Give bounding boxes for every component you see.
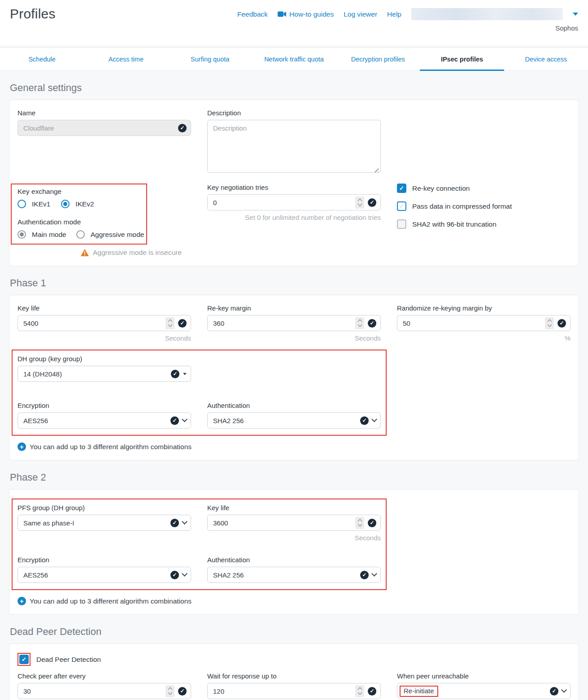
- number-stepper-icon[interactable]: [355, 685, 364, 697]
- phase2-card: PFS group (DH group) Same as phase-I Key…: [9, 489, 579, 615]
- section-heading-dpd: Dead Peer Detection: [10, 626, 578, 638]
- caret-down-icon: [183, 373, 187, 375]
- help-link[interactable]: Help: [387, 10, 401, 18]
- p1-dh-group-label: DH group (key group): [17, 355, 191, 363]
- p1-rekey-margin-value[interactable]: [213, 319, 355, 327]
- key-exchange-highlight-box: Key exchange IKEv1 IKEv2 Authentication …: [11, 184, 147, 245]
- tab-bar: Schedule Access time Surfing quota Netwo…: [0, 48, 588, 71]
- page-title: Profiles: [10, 6, 56, 22]
- number-stepper-icon[interactable]: [355, 517, 364, 529]
- number-stepper-icon[interactable]: [166, 685, 174, 697]
- p1-dh-group-select[interactable]: 14 (DH2048): [17, 366, 191, 382]
- p1-authentication-value: SHA2 256: [213, 417, 244, 424]
- p1-encryption-value: AES256: [23, 417, 48, 424]
- chevron-down-icon: [371, 416, 377, 422]
- phase2-algorithms-highlight-box: PFS group (DH group) Same as phase-I Key…: [12, 499, 387, 590]
- check-circle-icon: [178, 124, 187, 132]
- feedback-link[interactable]: Feedback: [237, 10, 268, 18]
- p1-key-life-input[interactable]: [17, 315, 191, 331]
- p1-authentication-select[interactable]: SHA2 256: [207, 412, 381, 429]
- radio-aggressive-mode-label: Aggressive mode: [91, 231, 144, 239]
- log-viewer-link[interactable]: Log viewer: [344, 10, 377, 18]
- general-options-column: Re-key connection Pass data in compresse…: [397, 184, 571, 257]
- howto-guides-link[interactable]: How-to guides: [278, 10, 334, 18]
- p2-pfs-group-select[interactable]: Same as phase-I: [17, 515, 191, 531]
- log-viewer-label: Log viewer: [344, 10, 377, 18]
- number-stepper-icon[interactable]: [355, 317, 364, 329]
- p2-authentication-select[interactable]: SHA2 256: [207, 567, 381, 583]
- p1-note-text: You can add up to 3 different algorithm …: [30, 443, 192, 451]
- tab-access-time[interactable]: Access time: [84, 48, 168, 70]
- p2-key-life-input[interactable]: [207, 515, 381, 531]
- radio-ikev2[interactable]: [61, 200, 70, 208]
- tab-label: Access time: [109, 56, 144, 63]
- p2-authentication-field: Authentication SHA2 256: [207, 556, 381, 583]
- dpd-when-unreachable-value: Re-initiate: [404, 687, 434, 695]
- p1-encryption-select[interactable]: AES256: [17, 412, 191, 429]
- chevron-down-icon: [182, 571, 187, 577]
- compressed-format-label: Pass data in compressed format: [412, 202, 512, 210]
- rekey-connection-checkbox[interactable]: [397, 184, 406, 193]
- p1-randomize-value[interactable]: [403, 319, 545, 327]
- caret-down-icon[interactable]: [573, 13, 578, 16]
- brand-label: Sophos: [555, 24, 578, 32]
- check-circle-icon: [360, 416, 369, 425]
- tab-label: Decryption profiles: [351, 56, 405, 63]
- check-circle-icon: [360, 571, 369, 579]
- plus-circle-icon[interactable]: [17, 442, 26, 451]
- howto-guides-label: How-to guides: [289, 10, 334, 18]
- section-heading-phase1: Phase 1: [10, 277, 578, 289]
- name-input: Cloudflare: [17, 120, 191, 136]
- dpd-checkbox[interactable]: [19, 655, 29, 664]
- p2-note-text: You can add up to 3 different algorithm …: [30, 597, 192, 605]
- sha2-truncation-checkbox: [397, 219, 406, 229]
- negotiation-value[interactable]: [213, 199, 355, 206]
- tab-network-traffic-quota[interactable]: Network traffic quota: [252, 48, 336, 70]
- section-heading-general-settings: General settings: [10, 82, 578, 94]
- p1-randomize-group: Randomize re-keying margin by %: [397, 304, 571, 342]
- p2-encryption-field: Encryption AES256: [17, 556, 191, 583]
- radio-ikev1[interactable]: [17, 200, 26, 208]
- tab-decryption-profiles[interactable]: Decryption profiles: [336, 48, 420, 70]
- description-label: Description: [207, 109, 381, 117]
- active-tab-underline: [420, 70, 504, 71]
- phase1-card: Key life Seconds Re-key margin Seconds: [9, 295, 579, 460]
- p1-randomize-input[interactable]: [397, 315, 571, 331]
- dpd-when-unreachable-group: When peer unreachable Re-initiate: [397, 672, 571, 700]
- p2-authentication-label: Authentication: [207, 556, 381, 564]
- number-stepper-icon[interactable]: [166, 317, 174, 329]
- p1-rekey-margin-input[interactable]: [207, 315, 381, 331]
- p2-authentication-value: SHA2 256: [213, 571, 244, 579]
- tab-ipsec-profiles[interactable]: IPsec profiles: [420, 48, 504, 70]
- p1-key-life-group: Key life Seconds: [17, 304, 191, 342]
- tab-label: Schedule: [28, 56, 55, 63]
- number-stepper-icon[interactable]: [355, 197, 364, 209]
- check-circle-icon: [368, 519, 376, 527]
- negotiation-helper: Set 0 for unlimited number of negotiatio…: [207, 214, 381, 221]
- dpd-check-peer-group: Check peer after every Seconds: [17, 672, 191, 700]
- name-label: Name: [17, 109, 191, 117]
- number-stepper-icon[interactable]: [545, 317, 554, 329]
- dpd-wait-response-value[interactable]: [213, 687, 355, 695]
- tab-device-access[interactable]: Device access: [504, 48, 588, 70]
- account-menu-redacted[interactable]: [411, 8, 563, 20]
- p1-key-life-value[interactable]: [23, 319, 166, 327]
- dpd-check-peer-value[interactable]: [23, 687, 166, 695]
- dpd-wait-response-input[interactable]: [207, 683, 381, 699]
- tab-label: Device access: [525, 56, 567, 63]
- tab-label: Surfing quota: [191, 56, 229, 63]
- dpd-check-peer-input[interactable]: [17, 683, 191, 699]
- p2-encryption-select[interactable]: AES256: [17, 567, 191, 583]
- aggressive-mode-warning: Aggressive mode is insecure: [81, 249, 191, 257]
- header: Profiles Feedback How-to guides Log view…: [0, 0, 588, 45]
- negotiation-input[interactable]: [207, 194, 381, 210]
- p1-encryption-field: Encryption AES256: [17, 402, 191, 429]
- description-textarea[interactable]: [207, 120, 381, 173]
- dpd-when-unreachable-select[interactable]: Re-initiate: [397, 683, 571, 699]
- plus-circle-icon[interactable]: [17, 597, 26, 605]
- compressed-format-checkbox[interactable]: [397, 201, 406, 211]
- check-circle-icon: [178, 319, 187, 328]
- tab-schedule[interactable]: Schedule: [0, 48, 84, 70]
- tab-surfing-quota[interactable]: Surfing quota: [168, 48, 252, 70]
- p2-key-life-value[interactable]: [213, 519, 355, 527]
